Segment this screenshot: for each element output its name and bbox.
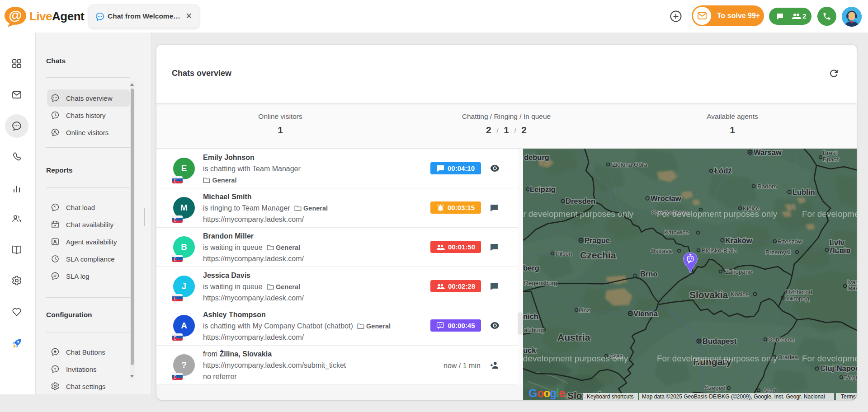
svg-text:Zakopane: Zakopane [725, 268, 752, 275]
svg-text:Przemyśl: Przemyśl [765, 249, 791, 256]
svg-text:Lublin: Lublin [793, 188, 815, 196]
svg-text:Lviv: Lviv [830, 239, 845, 247]
svg-text:Львів: Львів [830, 246, 851, 254]
svg-text:For development purposes only: For development purposes only [523, 354, 628, 363]
svg-text:Linz: Linz [579, 307, 590, 314]
svg-text:For development purposes only: For development purposes only [523, 209, 634, 219]
svg-text:Oradea: Oradea [778, 354, 798, 360]
svg-text:Czechia: Czechia [580, 250, 616, 260]
svg-text:Szeged: Szeged [705, 384, 726, 391]
svg-text:Košice: Košice [731, 291, 749, 298]
svg-text:For development purposes only: For development purposes only [802, 354, 857, 363]
svg-text:Warsaw: Warsaw [754, 149, 782, 156]
svg-text:Cluj-Napoc: Cluj-Napoc [820, 364, 857, 372]
svg-text:G: G [528, 387, 537, 399]
svg-text:Ужгород: Ужгород [786, 295, 809, 302]
svg-text:Keyboard shortcuts: Keyboard shortcuts [587, 393, 633, 400]
svg-text:For development purposes only: For development purposes only [657, 354, 778, 363]
svg-text:nich: nich [523, 312, 538, 320]
svg-text:Austria: Austria [557, 332, 590, 342]
svg-text:Брэст: Брэст [823, 156, 839, 163]
svg-text:Arad: Arad [763, 387, 776, 394]
svg-text:Târgu: Târgu [843, 374, 857, 381]
svg-text:o: o [537, 387, 544, 399]
svg-text:e: e [559, 387, 565, 399]
svg-text:berg: berg [523, 264, 539, 272]
svg-text:Kraków: Kraków [725, 236, 752, 244]
svg-text:Brno: Brno [640, 270, 658, 278]
svg-text:Pilsen: Pilsen [556, 250, 572, 257]
svg-text:?: ? [54, 367, 56, 371]
svg-text:For development purposes only: For development purposes only [657, 209, 778, 219]
svg-text:Terms: Terms [841, 393, 856, 400]
svg-text:Ostrava: Ostrava [651, 248, 672, 254]
svg-text:Łódź: Łódź [714, 167, 732, 175]
svg-text:Zielona Góra: Zielona Góra [612, 161, 648, 168]
svg-text:Budapest: Budapest [703, 337, 737, 345]
svg-text:Wrocław: Wrocław [651, 194, 681, 202]
svg-text:g: g [550, 387, 557, 399]
svg-text:alzburg: alzburg [524, 327, 544, 333]
svg-text:Rzeszów: Rzeszów [778, 238, 802, 245]
svg-text:Slovakia: Slovakia [689, 290, 728, 300]
svg-text:Uzhhorod: Uzhhorod [786, 289, 812, 295]
svg-text:@: @ [9, 8, 22, 23]
svg-text:deburg: deburg [524, 153, 549, 161]
svg-text:Bielsko-Biala: Bielsko-Biala [702, 247, 737, 254]
svg-text:Vienna: Vienna [633, 309, 658, 318]
svg-text:Іван: Іван [847, 285, 857, 291]
svg-text:Radom: Radom [757, 183, 777, 190]
svg-text:For development purposes only: For development purposes only [802, 209, 857, 219]
svg-text:Brest: Brest [823, 150, 837, 156]
svg-text:Katowice: Katowice [664, 229, 689, 236]
svg-text:Debrecen: Debrecen [768, 336, 795, 343]
svg-text:uck: uck [523, 346, 536, 354]
svg-text:Leipzig: Leipzig [530, 185, 556, 193]
svg-text:Prague: Prague [585, 236, 610, 244]
svg-text:Regensburg: Regensburg [524, 280, 557, 286]
svg-text:Map data ©2025 GeoBasis-DE/BKG: Map data ©2025 GeoBasis-DE/BKG (©2009), … [642, 393, 825, 400]
svg-text:Dresden: Dresden [566, 197, 595, 205]
svg-text:o: o [543, 387, 550, 399]
